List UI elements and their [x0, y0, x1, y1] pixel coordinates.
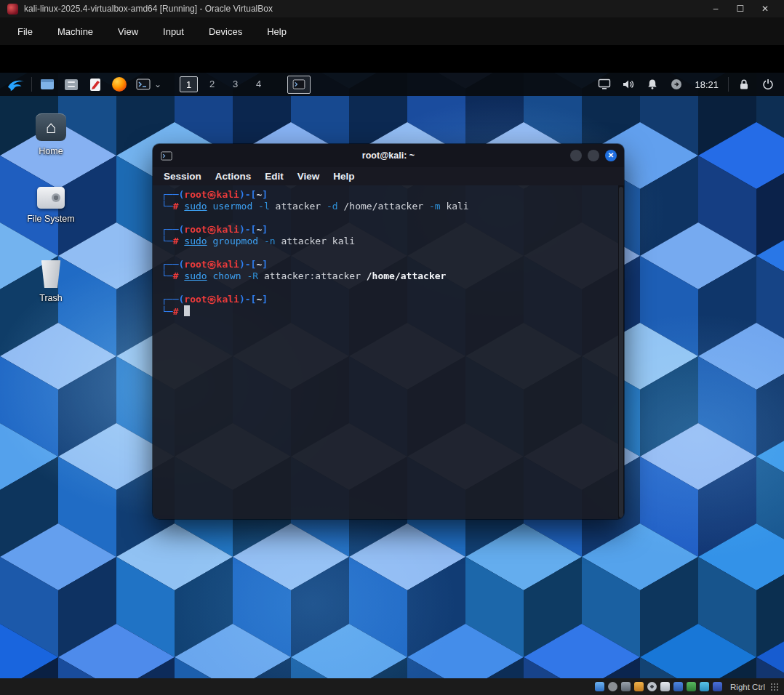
desktop-icon-trash[interactable]: Trash: [26, 260, 76, 303]
terminal-body[interactable]: ┌──(root㉿kali)-[~]└─# sudo usermod -l at…: [153, 185, 618, 519]
desktop-icon-label: Trash: [39, 293, 63, 303]
trash-icon: [40, 260, 62, 288]
desktop-icon-file-system[interactable]: File System: [26, 182, 76, 224]
vm-status-network-icon[interactable]: [673, 682, 683, 691]
home-icon: ⌂: [36, 113, 66, 141]
drive-icon: [37, 187, 65, 209]
vm-status-hard-disks-icon[interactable]: [621, 682, 631, 691]
vm-status-usb-icon[interactable]: [687, 682, 696, 691]
workspace-1[interactable]: 1: [180, 76, 198, 92]
terminal-menubar: SessionActionsEditViewHelp: [153, 167, 624, 185]
vbox-menu-file[interactable]: File: [17, 26, 33, 37]
file-manager-icon[interactable]: [63, 76, 80, 93]
chevron-down-icon[interactable]: ⌄: [154, 79, 161, 89]
minimize-icon[interactable]: –: [704, 4, 727, 14]
vbox-menu-machine[interactable]: Machine: [57, 26, 93, 37]
vbox-menu-help[interactable]: Help: [267, 26, 287, 37]
vbox-menu-input[interactable]: Input: [163, 26, 184, 37]
vm-status-shared-folders-icon[interactable]: [700, 682, 709, 691]
vbox-window-controls: – ☐ ✕: [704, 4, 777, 14]
vbox-menubar: FileMachineViewInputDevicesHelp: [0, 17, 784, 45]
vbox-menu-view[interactable]: View: [118, 26, 138, 37]
vm-status-screen-icon[interactable]: [660, 682, 670, 691]
terminal-titlebar[interactable]: root@kali: ~ ✕: [153, 144, 624, 167]
terminal-block: ┌──(root㉿kali)-[~]└─# sudo groupmod -n a…: [161, 224, 618, 247]
terminal-menu-view[interactable]: View: [297, 171, 320, 182]
terminal-menu-help[interactable]: Help: [333, 171, 354, 182]
vm-status-features-icon[interactable]: [713, 682, 722, 691]
workspace-switcher: 1234: [180, 76, 268, 92]
logout-icon[interactable]: [759, 76, 777, 93]
panel-clock[interactable]: 18:21: [695, 79, 719, 90]
terminal-window-icon: [160, 149, 173, 162]
vm-status-display-icon[interactable]: [595, 682, 604, 691]
lock-screen-icon[interactable]: [735, 76, 753, 93]
vm-status-shared-clipboard-icon[interactable]: [634, 682, 644, 691]
workspace-3[interactable]: 3: [226, 76, 244, 92]
terminal-maximize-button[interactable]: [588, 150, 599, 161]
workspace-4[interactable]: 4: [249, 76, 268, 92]
panel-separator: [728, 77, 729, 92]
terminal-scrollbar[interactable]: [618, 185, 624, 519]
terminal-block: ┌──(root㉿kali)-[~]└─# sudo usermod -l at…: [161, 189, 618, 212]
terminal-menu-edit[interactable]: Edit: [265, 171, 284, 182]
volume-icon[interactable]: [620, 76, 637, 93]
terminal-title: root@kali: ~: [153, 150, 624, 161]
display-settings-icon[interactable]: [596, 76, 613, 93]
desktop-icon-label: File System: [27, 214, 74, 224]
taskbar-terminal-button[interactable]: [287, 76, 311, 94]
vm-status-optical-drives-icon[interactable]: [647, 682, 657, 691]
vm-status-recording-icon[interactable]: [608, 682, 617, 691]
terminal-cursor: [184, 305, 190, 316]
virtualbox-app-icon: [7, 4, 18, 15]
vbox-menu-devices[interactable]: Devices: [209, 26, 242, 37]
terminal-launcher-icon[interactable]: [135, 76, 152, 93]
kali-menu-icon[interactable]: [7, 76, 25, 93]
terminal-window: root@kali: ~ ✕ SessionActionsEditViewHel…: [153, 144, 624, 519]
panel-separator: [31, 77, 32, 92]
virtualbox-window: kali-linux-2025.4-virtualbox-amd64 [Runn…: [0, 0, 784, 695]
terminal-menu-session[interactable]: Session: [164, 171, 201, 182]
text-editor-icon[interactable]: [87, 76, 104, 93]
vbox-status-icons: [595, 682, 722, 691]
host-key-label: Right Ctrl: [730, 683, 765, 691]
firefox-icon[interactable]: [111, 76, 128, 93]
terminal-block: ┌──(root㉿kali)-[~]└─#: [161, 294, 618, 317]
terminal-block: ┌──(root㉿kali)-[~]└─# sudo chown -R atta…: [161, 259, 618, 282]
window-buttons-icon[interactable]: [39, 76, 56, 93]
resize-grip-icon[interactable]: [770, 683, 778, 691]
terminal-window-buttons: ✕: [570, 150, 617, 161]
maximize-icon[interactable]: ☐: [729, 4, 752, 14]
desktop-icon-label: Home: [39, 146, 63, 156]
vbox-window-title: kali-linux-2025.4-virtualbox-amd64 [Runn…: [24, 4, 698, 14]
vm-display: ⌄ 1234: [0, 73, 784, 678]
vbox-titlebar: kali-linux-2025.4-virtualbox-amd64 [Runn…: [0, 0, 784, 17]
notifications-bell-icon[interactable]: [644, 76, 661, 93]
kali-panel: ⌄ 1234: [0, 73, 784, 96]
terminal-close-button[interactable]: ✕: [605, 150, 617, 161]
close-icon[interactable]: ✕: [753, 4, 777, 14]
status-tray-icon[interactable]: [668, 76, 685, 93]
workspace-2[interactable]: 2: [203, 76, 221, 92]
desktop-icon-home[interactable]: ⌂ Home: [26, 113, 76, 156]
terminal-minimize-button[interactable]: [570, 150, 582, 161]
vbox-statusbar: Right Ctrl: [0, 678, 784, 695]
terminal-menu-actions[interactable]: Actions: [215, 171, 252, 182]
